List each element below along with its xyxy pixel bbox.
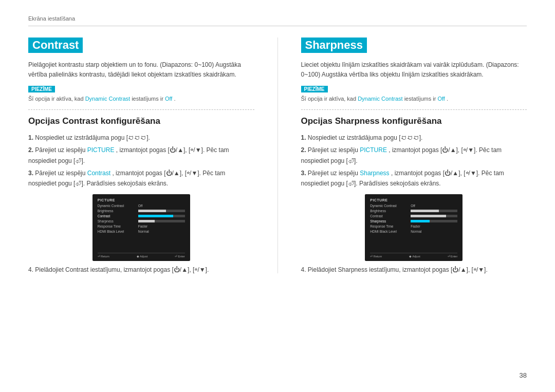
screen-row-dynamic-contrast: Dynamic Contrast xyxy=(98,204,136,208)
screen-footer-return: ⏎ Return xyxy=(98,255,109,258)
contrast-note-label: PIEZĪME xyxy=(28,86,55,92)
sh-screen-row-sharpness-active: Sharpness xyxy=(370,219,409,223)
contrast-note-text: Šī opcija ir aktīva, kad Dynamic Contras… xyxy=(28,95,254,103)
page-number: 38 xyxy=(520,371,527,379)
contrast-screen-rows: Dynamic Contrast Off Brightness Contrast xyxy=(98,204,185,251)
sh-screen-row-hdmi-black: HDMI Black Level xyxy=(370,230,409,233)
contrast-sub-divider xyxy=(28,109,254,110)
sharpness-screen-mockup: PICTURE Dynamic Contrast Off Brightness … xyxy=(365,194,462,261)
screen-row-sharpness: Sharpness xyxy=(98,219,136,223)
sharpness-sharpness-link-s3: Sharpness xyxy=(360,170,389,177)
sh-screen-row-response-time: Response Time xyxy=(370,225,409,228)
sharpness-steps: 1. Nospiediet uz izstrādājuma pogu [ꀀꀀꀀ]… xyxy=(301,133,527,189)
contrast-step-3: 3. Pārejiet uz iespēju Contrast , izmant… xyxy=(28,168,254,189)
screen-footer-enter: ⏎ Enter xyxy=(175,255,185,258)
screen-row-contrast-active: Contrast xyxy=(98,214,136,218)
contrast-step-2: 2. Pārejiet uz iespēju PICTURE , izmanto… xyxy=(28,145,254,166)
sh-screen-footer-enter: ⏎ Enter xyxy=(448,255,458,258)
sharpness-description: Lieciet objektu līnijām izskatīties skai… xyxy=(301,60,527,80)
contrast-contrast-link-s3: Contrast xyxy=(87,170,110,177)
contrast-section: Contrast Pielāgojiet kontrastu starp obj… xyxy=(28,38,254,273)
contrast-picture-link-s2: PICTURE xyxy=(87,146,115,154)
sh-screen-row-contrast: Contrast xyxy=(370,214,409,218)
sharpness-step-3: 3. Pārejiet uz iespēju Sharpness , izman… xyxy=(301,168,527,189)
sharpness-step-2: 2. Pārejiet uz iespēju PICTURE , izmanto… xyxy=(301,145,527,166)
sharpness-note-text: Šī opcija ir aktīva, kad Dynamic Contras… xyxy=(301,95,527,103)
contrast-step-1: 1. Nospiediet uz izstrādājuma pogu [ꀀꀀꀀ]… xyxy=(28,133,254,143)
screen-row-hdmi-black: HDMI Black Level xyxy=(98,230,136,233)
sharpness-config-title: Opcijas Sharpness konfigurēšana xyxy=(301,116,527,126)
contrast-config-title: Opcijas Contrast konfigurēšana xyxy=(28,116,254,126)
sharpness-step-1: 1. Nospiediet uz izstrādājuma pogu [ꀀꀀꀀ]… xyxy=(301,133,527,143)
contrast-dynamic-contrast-link: Dynamic Contrast xyxy=(85,96,130,102)
contrast-description: Pielāgojiet kontrastu starp objektiem un… xyxy=(28,60,254,80)
contrast-steps: 1. Nospiediet uz izstrādājuma pogu [ꀀꀀꀀ]… xyxy=(28,133,254,189)
contrast-screen-header: PICTURE xyxy=(98,198,185,202)
contrast-step4: 4. Pielādojiet Contrast iestatījumu, izm… xyxy=(28,266,254,273)
screen-footer-adjust: ◆ Adjust xyxy=(137,255,148,258)
sharpness-note-label: PIEZĪME xyxy=(301,86,328,92)
breadcrumb: Ekrāna iestatīšana xyxy=(28,15,527,22)
contrast-screen-mockup: PICTURE Dynamic Contrast Off Brightness xyxy=(92,194,190,261)
sharpness-title: Sharpness xyxy=(301,38,367,53)
sh-screen-row-brightness: Brightness xyxy=(370,209,409,213)
contrast-note-box: PIEZĪME Šī opcija ir aktīva, kad Dynamic… xyxy=(28,85,254,103)
screen-row-response-time: Response Time xyxy=(98,225,136,228)
sharpness-sub-divider xyxy=(301,109,527,110)
sharpness-step4-link: Sharpness xyxy=(338,266,367,273)
contrast-title: Contrast xyxy=(28,38,83,53)
column-divider xyxy=(278,38,278,273)
page-container: Ekrāna iestatīšana Contrast Pielāgojiet … xyxy=(0,0,555,392)
sharpness-picture-link-s2: PICTURE xyxy=(360,146,387,154)
sharpness-dynamic-contrast-link: Dynamic Contrast xyxy=(358,96,402,102)
sh-screen-row-dynamic-contrast: Dynamic Contrast xyxy=(370,204,409,208)
sharpness-section: Sharpness Lieciet objektu līnijām izskat… xyxy=(301,38,527,273)
sh-screen-footer-return: ⏎ Return xyxy=(370,255,382,258)
screen-row-brightness: Brightness xyxy=(98,209,136,213)
sharpness-screen-header: PICTURE xyxy=(370,198,457,202)
contrast-off-link: Off xyxy=(165,96,172,102)
sharpness-note-box: PIEZĪME Šī opcija ir aktīva, kad Dynamic… xyxy=(301,85,527,103)
contrast-step4-link: Contrast xyxy=(65,266,88,273)
sharpness-screen-rows: Dynamic Contrast Off Brightness Contrast xyxy=(370,204,457,251)
two-column-layout: Contrast Pielāgojiet kontrastu starp obj… xyxy=(28,38,527,273)
top-divider xyxy=(28,26,527,26)
sharpness-step4: 4. Pielādojiet Sharpness iestatījumu, iz… xyxy=(301,266,527,273)
sh-screen-footer-adjust: ◆ Adjust xyxy=(409,255,420,258)
sharpness-off-link: Off xyxy=(437,96,445,102)
